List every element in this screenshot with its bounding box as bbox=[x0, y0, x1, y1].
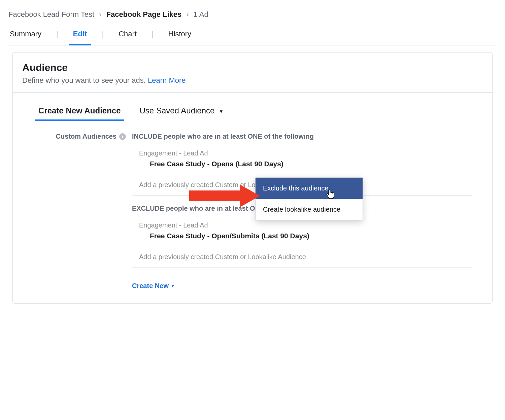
tab-summary[interactable]: Summary bbox=[8, 27, 43, 45]
create-new-label: Create New bbox=[132, 282, 169, 290]
audience-subtabs: Create New Audience Use Saved Audience ▼ bbox=[37, 106, 472, 121]
panel-header: Audience Define who you want to see your… bbox=[13, 53, 492, 93]
tab-separator: | bbox=[152, 30, 154, 42]
include-category: Engagement - Lead Ad bbox=[139, 149, 465, 157]
panel-title: Audience bbox=[22, 62, 483, 73]
caret-down-icon: ▼ bbox=[171, 284, 175, 288]
exclude-audience-item[interactable]: Engagement - Lead Ad Free Case Study - O… bbox=[132, 216, 472, 246]
exclude-add-input[interactable]: Add a previously created Custom or Looka… bbox=[132, 246, 472, 268]
include-audience-item[interactable]: Engagement - Lead Ad Free Case Study - O… bbox=[132, 144, 472, 174]
tab-separator: | bbox=[102, 30, 104, 42]
breadcrumb-level3[interactable]: 1 Ad bbox=[194, 10, 208, 19]
custom-audiences-label: Custom Audiences i bbox=[37, 133, 132, 140]
breadcrumb-level2[interactable]: Facebook Page Likes bbox=[106, 10, 182, 19]
menu-create-lookalike[interactable]: Create lookalike audience bbox=[256, 199, 363, 220]
tab-create-new-audience[interactable]: Create New Audience bbox=[37, 106, 122, 121]
audience-context-menu: Exclude this audience Create lookalike a… bbox=[255, 177, 363, 220]
tab-edit[interactable]: Edit bbox=[72, 27, 89, 45]
include-title: INCLUDE people who are in at least ONE o… bbox=[132, 133, 472, 140]
exclude-name: Free Case Study - Open/Submits (Last 90 … bbox=[139, 232, 465, 240]
panel-subtitle: Define who you want to see your ads. Lea… bbox=[22, 76, 483, 85]
caret-down-icon: ▼ bbox=[219, 109, 224, 114]
tab-separator: | bbox=[56, 30, 58, 42]
menu-exclude-audience[interactable]: Exclude this audience bbox=[256, 178, 363, 199]
custom-audiences-label-text: Custom Audiences bbox=[56, 133, 116, 140]
include-name: Free Case Study - Opens (Last 90 Days) bbox=[139, 160, 465, 168]
tab-history[interactable]: History bbox=[167, 27, 193, 45]
learn-more-link[interactable]: Learn More bbox=[148, 76, 186, 84]
tab-use-saved-audience-label: Use Saved Audience bbox=[140, 106, 215, 115]
info-icon[interactable]: i bbox=[119, 133, 126, 140]
chevron-right-icon: › bbox=[186, 10, 189, 19]
create-new-dropdown[interactable]: Create New ▼ bbox=[132, 282, 175, 290]
breadcrumb: Facebook Lead Form Test › Facebook Page … bbox=[8, 10, 497, 19]
tab-use-saved-audience[interactable]: Use Saved Audience ▼ bbox=[138, 106, 225, 121]
exclude-category: Engagement - Lead Ad bbox=[139, 221, 465, 229]
top-tabs: Summary | Edit | Chart | History bbox=[8, 27, 497, 45]
audience-panel: Audience Define who you want to see your… bbox=[12, 52, 493, 304]
chevron-right-icon: › bbox=[99, 10, 101, 19]
panel-subtitle-text: Define who you want to see your ads. bbox=[22, 76, 146, 84]
exclude-box: Engagement - Lead Ad Free Case Study - O… bbox=[132, 216, 472, 268]
breadcrumb-level1[interactable]: Facebook Lead Form Test bbox=[8, 10, 94, 19]
tab-chart[interactable]: Chart bbox=[117, 27, 138, 45]
